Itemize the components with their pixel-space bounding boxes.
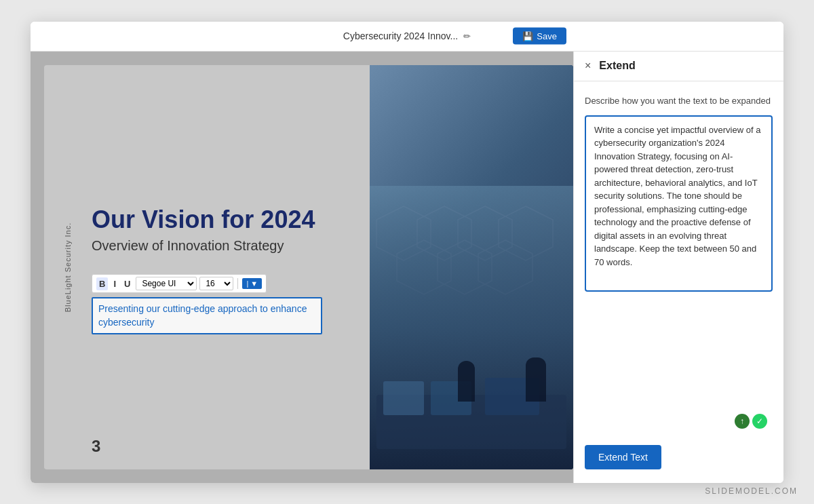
slide-inner: BlueLight Security Inc. Our Vision for 2… bbox=[44, 65, 573, 469]
extend-description: Describe how you want the text to be exp… bbox=[585, 95, 773, 107]
slide-subtitle: Overview of Innovation Strategy bbox=[92, 238, 349, 254]
extend-panel-title: Extend bbox=[599, 60, 635, 72]
person-silhouette-1 bbox=[458, 361, 475, 402]
edit-title-icon[interactable]: ✏ bbox=[463, 31, 471, 41]
extend-panel-body: Describe how you want the text to be exp… bbox=[574, 81, 783, 483]
slide-left: BlueLight Security Inc. Our Vision for 2… bbox=[44, 65, 370, 469]
italic-button[interactable]: I bbox=[111, 277, 119, 290]
save-icon: 💾 bbox=[522, 31, 533, 41]
top-bar: Cybersecurity 2024 Innov... ✏ 💾 Save bbox=[31, 22, 783, 52]
extend-prompt-textarea[interactable]: Write a concise yet impactful overview o… bbox=[585, 115, 773, 292]
toolbar-divider bbox=[237, 278, 238, 289]
slide-image-area bbox=[370, 65, 573, 469]
slide-text-edit-box[interactable]: Presenting our cutting-edge approach to … bbox=[92, 297, 322, 334]
monitor-1 bbox=[383, 381, 424, 415]
whatsapp-icon[interactable]: ✓ bbox=[752, 414, 767, 429]
slide-area: BlueLight Security Inc. Our Vision for 2… bbox=[31, 52, 573, 483]
save-button[interactable]: 💾 Save bbox=[513, 28, 566, 45]
bold-button[interactable]: B bbox=[96, 277, 108, 290]
title-text: Cybersecurity 2024 Innov... bbox=[343, 31, 458, 41]
extend-panel-header: × Extend bbox=[574, 52, 783, 81]
font-family-select[interactable]: Segoe UI Arial Times New Roman bbox=[136, 277, 197, 290]
extend-panel: × Extend Describe how you want the text … bbox=[573, 52, 783, 483]
slide-number: 3 bbox=[92, 437, 100, 456]
textarea-action-icons: ↑ ✓ bbox=[735, 414, 767, 429]
person-silhouette-2 bbox=[526, 357, 546, 402]
underline-button[interactable]: U bbox=[121, 277, 133, 290]
text-color-button[interactable]: | ▼ bbox=[242, 278, 262, 289]
extend-text-button[interactable]: Extend Text bbox=[585, 445, 661, 469]
submit-icon[interactable]: ↑ bbox=[735, 414, 750, 429]
text-formatting-toolbar: B I U Segoe UI Arial Times New Roman 16 … bbox=[92, 274, 267, 293]
main-content: BlueLight Security Inc. Our Vision for 2… bbox=[31, 52, 783, 483]
slide-canvas: BlueLight Security Inc. Our Vision for 2… bbox=[44, 65, 573, 469]
color-indicator: | ▼ bbox=[246, 279, 258, 288]
font-size-select[interactable]: 16 12 14 18 20 24 bbox=[199, 277, 233, 290]
slide-title: Our Vision for 2024 bbox=[92, 206, 349, 233]
extend-textarea-wrapper: Write a concise yet impactful overview o… bbox=[585, 115, 773, 434]
slide-sidebar-label: BlueLight Security Inc. bbox=[44, 65, 92, 469]
close-panel-icon[interactable]: × bbox=[585, 60, 591, 72]
presentation-title: Cybersecurity 2024 Innov... ✏ bbox=[343, 31, 471, 41]
footer-watermark: SLIDEMODEL.COM bbox=[705, 486, 798, 496]
